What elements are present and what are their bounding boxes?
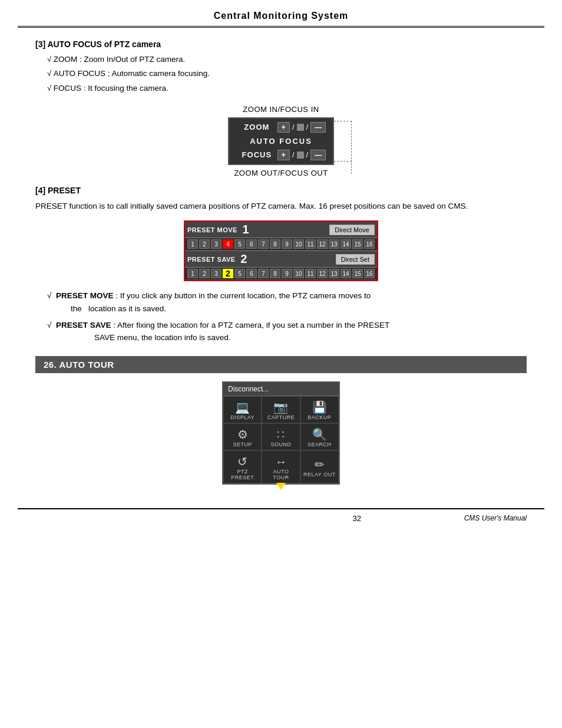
menu-item-capture[interactable]: 📷 CAPTURE (262, 396, 300, 423)
focus-stop-btn[interactable] (297, 151, 304, 159)
menu-item-setup[interactable]: ⚙ SETUP (223, 423, 262, 450)
preset-cell-12[interactable]: 12 (317, 239, 328, 249)
section3-bullet-1: ZOOM : Zoom In/Out of PTZ camera. (47, 54, 527, 65)
setup-icon: ⚙ (237, 429, 248, 440)
context-menu-grid: 💻 DISPLAY 📷 CAPTURE 💾 BACKUP ⚙ SETUP (223, 396, 339, 483)
sound-icon: ∷ (277, 429, 285, 440)
preset-save-cell-10[interactable]: 10 (293, 269, 304, 278)
menu-label-setup: SETUP (233, 442, 252, 447)
preset-save-cell-4[interactable]: 2 (223, 269, 233, 278)
preset-move-header: PRESET MOVE 1 Direct Move (185, 222, 377, 238)
focus-slash: / (292, 150, 295, 159)
preset-save-cell-7[interactable]: 7 (258, 269, 269, 278)
preset-save-cell-6[interactable]: 6 (246, 269, 257, 278)
preset-save-cell-3[interactable]: 3 (211, 269, 222, 278)
main-content: [3] AUTO FOCUS of PTZ camera ZOOM : Zoom… (0, 28, 562, 508)
autofocus-row: AUTO FOCUS (236, 135, 326, 147)
section3-bullet-2: AUTO FOCUS ; Automatic camera focusing. (47, 68, 527, 80)
preset-move-bullet: √ PRESET MOVE : If you click any button … (35, 289, 527, 315)
dashed-bracket-bottom (334, 161, 352, 162)
preset-move-label: PRESET MOVE (187, 226, 237, 233)
menu-item-sound[interactable]: ∷ SOUND (262, 423, 300, 450)
dashed-bracket-top (334, 121, 352, 121)
preset-move-direct-btn[interactable]: Direct Move (329, 225, 375, 235)
preset-cell-16[interactable]: 16 (364, 239, 375, 249)
menu-item-backup[interactable]: 💾 BACKUP (300, 396, 339, 423)
menu-label-autotour: AUTO TOUR (265, 469, 297, 480)
zoom-plus-btn[interactable]: + (277, 122, 290, 133)
section4-heading: [4] PRESET (35, 186, 527, 195)
menu-item-relay-out[interactable]: ✏ RELAY OUT (300, 450, 339, 483)
preset-save-cell-14[interactable]: 14 (340, 269, 351, 278)
zoom-diagram: ZOOM IN/FOCUS IN ZOOM + / / — (35, 105, 527, 177)
focus-minus-btn[interactable]: — (310, 150, 326, 160)
footer-right: CMS User's Manual (464, 514, 527, 522)
preset-save-cell-15[interactable]: 15 (352, 269, 363, 278)
preset-controls-image: PRESET MOVE 1 Direct Move 1 2 3 4 5 6 7 … (35, 220, 527, 281)
zoom-label-bottom: ZOOM OUT/FOCUS OUT (35, 169, 527, 177)
focus-slash2: / (306, 150, 309, 159)
section26-number: 26. (44, 360, 57, 370)
preset-cell-7[interactable]: 7 (258, 239, 269, 249)
menu-item-ptz-preset[interactable]: ↺ PTZ PRESET (223, 450, 262, 483)
preset-save-section: PRESET SAVE 2 Direct Set 1 2 3 2 5 6 7 8 (185, 251, 377, 280)
preset-save-cell-9[interactable]: 9 (282, 269, 292, 278)
preset-cell-15[interactable]: 15 (352, 239, 363, 249)
ptz-icon: ↺ (237, 456, 247, 467)
context-menu-wrapper: Disconnect... 💻 DISPLAY 📷 CAPTURE 💾 BACK… (35, 381, 527, 485)
preset-cell-5[interactable]: 5 (234, 239, 245, 249)
preset-save-cell-12[interactable]: 12 (317, 269, 328, 278)
preset-cell-10[interactable]: 10 (293, 239, 304, 249)
menu-label-display: DISPLAY (230, 414, 254, 420)
section4: [4] PRESET PRESET function is to call in… (35, 186, 527, 344)
zoom-minus-btn[interactable]: — (310, 122, 326, 133)
preset-cell-8[interactable]: 8 (270, 239, 280, 249)
preset-cell-11[interactable]: 11 (305, 239, 316, 249)
preset-save-cell-11[interactable]: 11 (305, 269, 316, 278)
section4-description: PRESET function is to call initially sav… (35, 200, 527, 213)
camera-icon: 📷 (273, 401, 288, 413)
focus-plus-btn[interactable]: + (277, 150, 290, 160)
preset-save-cell-1[interactable]: 1 (187, 269, 198, 278)
context-menu-title: Disconnect... (223, 383, 339, 396)
autotour-icon: ↔ (275, 456, 287, 467)
menu-item-search[interactable]: 🔍 SEARCH (300, 423, 339, 450)
preset-cell-4[interactable]: 4 (223, 239, 233, 249)
preset-cell-14[interactable]: 14 (340, 239, 351, 249)
relay-icon: ✏ (315, 459, 325, 470)
menu-label-relay: RELAY OUT (303, 472, 336, 477)
preset-save-cell-13[interactable]: 13 (329, 269, 339, 278)
preset-save-direct-btn[interactable]: Direct Set (336, 254, 375, 265)
preset-cell-3[interactable]: 3 (211, 239, 222, 249)
preset-save-cell-5[interactable]: 5 (234, 269, 245, 278)
zoom-stop-btn[interactable] (297, 124, 304, 131)
menu-label-search: SEARCH (308, 442, 332, 447)
monitor-icon: 💻 (235, 401, 250, 413)
preset-save-cell-16[interactable]: 16 (364, 269, 375, 278)
menu-label-backup: BACKUP (308, 414, 331, 420)
preset-save-header: PRESET SAVE 2 Direct Set (185, 251, 377, 268)
focus-controls: + / / — (277, 150, 326, 160)
section26-header: 26. AUTO TOUR (35, 356, 527, 373)
preset-move-number: 1 (240, 223, 252, 236)
zoom-label-top: ZOOM IN/FOCUS IN (35, 105, 527, 114)
preset-save-cell-8[interactable]: 8 (270, 269, 280, 278)
focus-row: FOCUS + / / — (236, 150, 326, 160)
section3-heading: [3] AUTO FOCUS of PTZ camera (35, 39, 527, 49)
menu-label-ptz: PTZ PRESET (226, 469, 259, 480)
preset-save-number: 2 (238, 252, 250, 266)
backup-icon: 💾 (312, 401, 327, 413)
preset-cell-2[interactable]: 2 (199, 239, 210, 249)
menu-item-display[interactable]: 💻 DISPLAY (223, 396, 262, 423)
preset-save-label: PRESET SAVE (187, 256, 236, 263)
zoom-row: ZOOM + / / — (236, 122, 326, 133)
page-number: 32 (250, 514, 464, 523)
preset-cell-6[interactable]: 6 (246, 239, 257, 249)
section3-bullet-3: FOCUS : It focusing the camera. (47, 83, 527, 94)
preset-cell-9[interactable]: 9 (282, 239, 292, 249)
menu-item-auto-tour[interactable]: ↔ AUTO TOUR (262, 450, 300, 483)
preset-cell-13[interactable]: 13 (329, 239, 339, 249)
zoom-slash: / (292, 123, 295, 131)
preset-cell-1[interactable]: 1 (187, 239, 198, 249)
preset-save-cell-2[interactable]: 2 (199, 269, 210, 278)
